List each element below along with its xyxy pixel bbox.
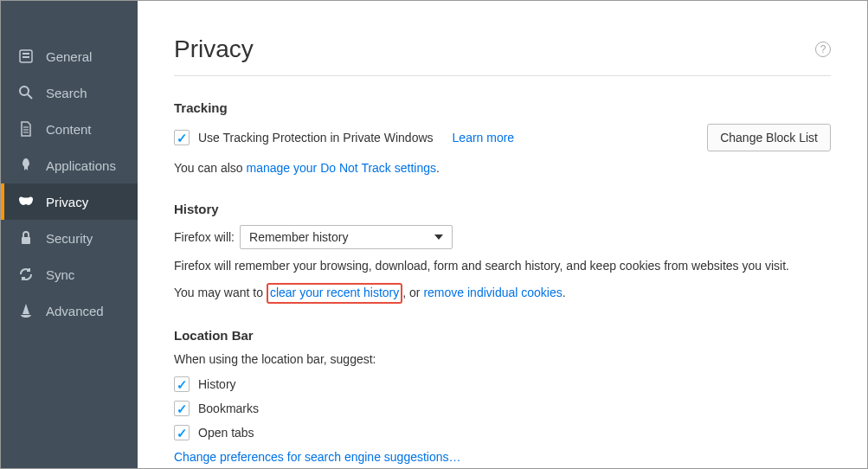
sidebar-item-sync[interactable]: Sync: [1, 256, 138, 292]
sync-icon: [16, 265, 35, 284]
sidebar-item-security[interactable]: Security: [1, 220, 138, 256]
sidebar-item-general[interactable]: General: [1, 38, 138, 74]
sidebar-item-label: Security: [46, 231, 93, 246]
change-block-list-button[interactable]: Change Block List: [707, 124, 831, 151]
svg-point-3: [20, 87, 29, 95]
sidebar-item-label: Content: [46, 122, 92, 137]
remove-cookies-link[interactable]: remove individual cookies: [423, 286, 562, 299]
change-search-suggestions-link[interactable]: Change preferences for search engine sug…: [174, 450, 461, 464]
learn-more-link[interactable]: Learn more: [453, 131, 515, 145]
svg-rect-2: [23, 56, 29, 58]
clear-recent-history-link[interactable]: clear your recent history: [270, 286, 399, 299]
sidebar-item-applications[interactable]: Applications: [1, 147, 138, 183]
highlighted-link: clear your recent history: [267, 283, 402, 304]
suggest-bookmarks-checkbox[interactable]: [174, 401, 190, 416]
sidebar: General Search Content Applications Priv…: [1, 1, 138, 468]
suggest-history-label: History: [198, 377, 236, 391]
locationbar-heading: Location Bar: [174, 328, 831, 343]
search-icon: [16, 83, 35, 102]
history-remember-text: Firefox will remember your browsing, dow…: [174, 258, 831, 275]
suggest-history-checkbox[interactable]: [174, 376, 190, 392]
sidebar-item-label: Search: [46, 86, 87, 100]
firefox-will-label: Firefox will:: [174, 230, 235, 244]
dnt-text: You can also manage your Do Not Track se…: [174, 160, 831, 177]
rocket-icon: [16, 156, 35, 175]
page-title: Privacy: [174, 35, 254, 63]
wizard-hat-icon: [16, 301, 35, 320]
sidebar-item-label: Sync: [46, 267, 74, 282]
sidebar-item-label: Advanced: [46, 304, 104, 318]
tracking-heading: Tracking: [174, 100, 831, 115]
sidebar-item-privacy[interactable]: Privacy: [1, 183, 138, 220]
locationbar-section: Location Bar When using the location bar…: [174, 328, 831, 466]
svg-line-4: [28, 94, 32, 99]
lock-icon: [16, 228, 35, 247]
sidebar-item-label: Privacy: [46, 195, 88, 209]
suggest-bookmarks-label: Bookmarks: [198, 402, 259, 415]
svg-rect-1: [23, 53, 29, 55]
content-area: Privacy ? Tracking Use Tracking Protecti…: [138, 1, 867, 468]
general-icon: [16, 47, 35, 66]
locationbar-when-using: When using the location bar, suggest:: [174, 351, 831, 369]
sidebar-item-label: Applications: [46, 158, 116, 173]
suggest-opentabs-label: Open tabs: [198, 426, 254, 440]
help-icon[interactable]: ?: [815, 42, 831, 57]
mask-icon: [16, 192, 35, 211]
history-section: History Firefox will: Remember history F…: [174, 202, 831, 304]
history-mode-select[interactable]: Remember history: [240, 225, 453, 249]
sidebar-item-content[interactable]: Content: [1, 111, 138, 147]
history-mode-value: Remember history: [249, 230, 348, 244]
page-title-row: Privacy ?: [174, 35, 831, 76]
document-icon: [16, 119, 35, 138]
history-clear-text: You may want to clear your recent histor…: [174, 283, 831, 304]
tracking-protection-checkbox[interactable]: [174, 130, 190, 145]
chevron-down-icon: [434, 234, 443, 240]
sidebar-item-advanced[interactable]: Advanced: [1, 292, 138, 329]
sidebar-item-search[interactable]: Search: [1, 74, 138, 111]
manage-dnt-link[interactable]: manage your Do Not Track settings: [247, 161, 436, 175]
svg-rect-8: [22, 237, 30, 244]
history-heading: History: [174, 202, 831, 216]
suggest-opentabs-checkbox[interactable]: [174, 425, 190, 440]
tracking-section: Tracking Use Tracking Protection in Priv…: [174, 100, 831, 177]
sidebar-item-label: General: [46, 49, 92, 64]
tracking-protection-label: Use Tracking Protection in Private Windo…: [198, 131, 434, 145]
